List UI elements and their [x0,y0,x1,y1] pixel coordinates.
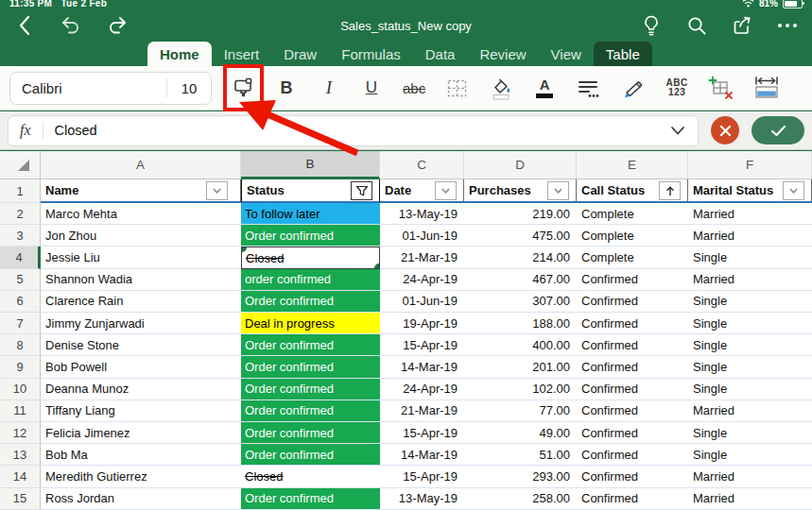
cell-call-status[interactable]: Complete [577,203,688,225]
column-letter-C[interactable]: C [380,151,464,179]
cell-name[interactable]: Meredith Gutierrez [41,466,241,487]
insert-delete-cells-button[interactable] [708,71,734,105]
row-number-4[interactable]: 4 [0,246,41,268]
tab-review[interactable]: Review [467,42,538,66]
cell-marital-status[interactable]: Single [688,334,812,356]
cell-purchases[interactable]: 400.00 [464,334,577,356]
cell-status[interactable]: Order confirmed [241,379,380,400]
cell-name[interactable]: Tiffany Liang [41,400,241,422]
cell-date[interactable]: 15-Apr-19 [380,466,464,487]
font-size-value[interactable]: 10 [167,80,211,96]
cell-purchases[interactable]: 219.00 [464,203,577,225]
column-letter-D[interactable]: D [464,151,577,179]
cell-date[interactable]: 14-Mar-19 [380,444,464,466]
column-letter-E[interactable]: E [577,151,688,179]
cell-name[interactable]: Clarence Rain [41,291,241,313]
cell-name[interactable]: Bob Ma [41,444,241,466]
row-number-14[interactable]: 14 [0,466,41,487]
cell-status[interactable]: Closed [241,246,380,268]
cell-purchases[interactable]: 51.00 [464,444,577,466]
filter-button-marital-status[interactable] [783,181,804,200]
cell-purchases[interactable]: 258.00 [464,488,577,510]
header-cell-status[interactable]: Status [241,179,380,203]
cell-status[interactable]: Order confirmed [241,356,380,378]
row-number-5[interactable]: 5 [0,269,41,291]
filter-button-name[interactable] [206,181,228,200]
cell-call-status[interactable]: Confirmed [577,488,688,510]
italic-button[interactable]: I [318,71,340,105]
row-number-3[interactable]: 3 [0,225,41,246]
cell-marital-status[interactable]: Single [688,379,812,400]
cell-name[interactable]: Bob Powell [41,356,241,378]
cell-call-status[interactable]: Confirmed [577,422,688,444]
cell-purchases[interactable]: 214.00 [464,246,577,268]
header-cell-marital-status[interactable]: Marital Status [688,179,812,203]
filter-button-purchases[interactable] [547,181,569,200]
cell-call-status[interactable]: Confirmed [577,356,688,378]
cell-marital-status[interactable]: Single [688,246,812,268]
cell-status[interactable]: Order confirmed [241,291,380,313]
strikethrough-button[interactable]: abc [403,71,425,105]
filter-button-status[interactable] [351,181,372,200]
cell-name[interactable]: Ross Jordan [41,488,241,510]
search-icon[interactable] [685,14,708,37]
cell-date[interactable]: 21-Mar-19 [380,246,464,268]
cell-marital-status[interactable]: Single [688,444,812,466]
row-number-9[interactable]: 9 [0,356,41,378]
tab-view[interactable]: View [539,42,594,66]
cell-purchases[interactable]: 475.00 [464,225,577,246]
formula-value[interactable]: Closed [43,123,669,138]
filter-button-call-status[interactable] [659,181,681,200]
row-number-10[interactable]: 10 [0,379,41,400]
cell-name[interactable]: Jon Zhou [41,225,241,246]
column-letter-B[interactable]: B [241,151,380,179]
cell-status[interactable]: Closed [241,466,380,487]
cell-marital-status[interactable]: Married [688,225,812,246]
cell-date[interactable]: 24-Apr-19 [380,269,464,291]
cell-status[interactable]: order confirmed [241,269,380,291]
cell-marital-status[interactable]: Married [688,400,812,422]
cell-date[interactable]: 01-Jun-19 [380,291,464,313]
undo-button[interactable] [60,14,82,37]
header-cell-date[interactable]: Date [380,179,464,203]
cell-call-status[interactable]: Confirmed [577,313,688,334]
cell-purchases[interactable]: 188.00 [464,313,577,334]
ideas-lightbulb-icon[interactable] [640,14,663,37]
more-options-icon[interactable] [776,14,799,37]
cancel-entry-button[interactable] [711,116,739,144]
row-number-6[interactable]: 6 [0,291,41,313]
row-number-12[interactable]: 12 [0,422,41,444]
font-color-button[interactable]: A [533,71,556,105]
cell-name[interactable]: Deanna Munoz [41,379,241,400]
cell-status[interactable]: Order confirmed [241,225,380,246]
cell-call-status[interactable]: Confirmed [577,269,688,291]
cell-date[interactable]: 15-Apr-19 [380,334,464,356]
underline-button[interactable]: U [360,71,383,105]
tab-table[interactable]: Table [594,42,652,66]
cell-purchases[interactable]: 307.00 [464,291,577,313]
cell-call-status[interactable]: Confirmed [577,379,688,400]
cell-marital-status[interactable]: Single [688,422,812,444]
cell-status[interactable]: Order confirmed [241,488,380,510]
cell-date[interactable]: 24-Apr-19 [380,379,464,400]
filter-button-date[interactable] [435,181,457,200]
formula-expand-chevron-icon[interactable] [669,124,698,137]
tab-data[interactable]: Data [413,42,468,66]
cell-call-status[interactable]: Confirmed [577,444,688,466]
format-painter-button[interactable] [232,71,255,105]
accept-entry-button[interactable] [752,116,804,144]
cell-name[interactable]: Jimmy Zunjarwadi [41,313,241,334]
cell-call-status[interactable]: Complete [577,225,688,246]
cell-name[interactable]: Denise Stone [41,334,241,356]
row-number-13[interactable]: 13 [0,444,41,466]
cell-date[interactable]: 14-Mar-19 [380,356,464,378]
cell-marital-status[interactable]: Single [688,291,812,313]
tab-formulas[interactable]: Formulas [329,42,413,66]
cell-purchases[interactable]: 102.00 [464,379,577,400]
alignment-button[interactable] [576,71,600,105]
back-button[interactable] [13,14,36,37]
cell-marital-status[interactable]: Single [688,356,812,378]
header-cell-purchases[interactable]: Purchases [464,179,577,203]
row-number-15[interactable]: 15 [0,488,41,510]
redo-button[interactable] [106,14,129,37]
